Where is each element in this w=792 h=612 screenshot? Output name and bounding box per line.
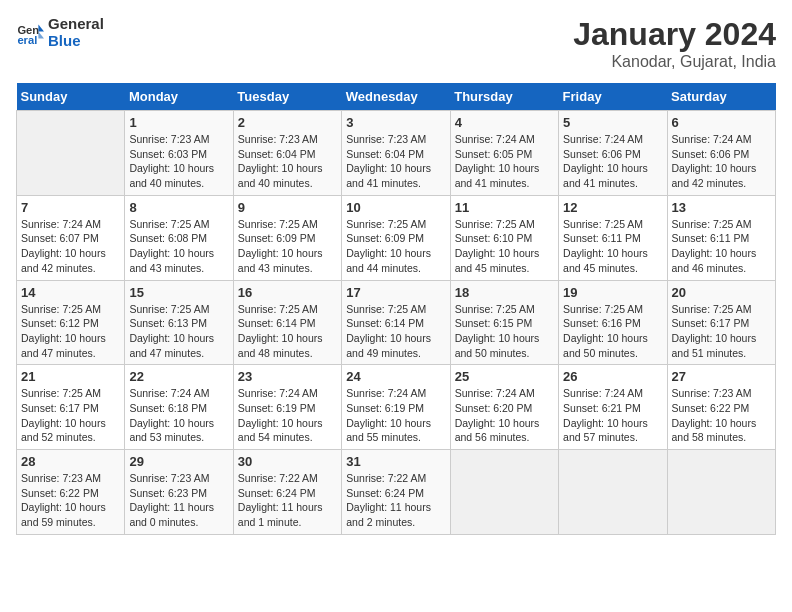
day-info: Sunrise: 7:24 AM Sunset: 6:05 PM Dayligh… (455, 132, 554, 191)
day-info: Sunrise: 7:25 AM Sunset: 6:16 PM Dayligh… (563, 302, 662, 361)
day-info: Sunrise: 7:25 AM Sunset: 6:13 PM Dayligh… (129, 302, 228, 361)
header-row: SundayMondayTuesdayWednesdayThursdayFrid… (17, 83, 776, 111)
calendar-cell: 14Sunrise: 7:25 AM Sunset: 6:12 PM Dayli… (17, 280, 125, 365)
day-info: Sunrise: 7:24 AM Sunset: 6:06 PM Dayligh… (672, 132, 771, 191)
calendar-cell: 11Sunrise: 7:25 AM Sunset: 6:10 PM Dayli… (450, 195, 558, 280)
day-info: Sunrise: 7:24 AM Sunset: 6:18 PM Dayligh… (129, 386, 228, 445)
day-number: 8 (129, 200, 228, 215)
day-number: 31 (346, 454, 445, 469)
day-number: 24 (346, 369, 445, 384)
day-number: 18 (455, 285, 554, 300)
day-info: Sunrise: 7:25 AM Sunset: 6:12 PM Dayligh… (21, 302, 120, 361)
calendar-cell: 20Sunrise: 7:25 AM Sunset: 6:17 PM Dayli… (667, 280, 775, 365)
calendar-cell: 13Sunrise: 7:25 AM Sunset: 6:11 PM Dayli… (667, 195, 775, 280)
day-number: 16 (238, 285, 337, 300)
day-number: 10 (346, 200, 445, 215)
calendar-cell: 28Sunrise: 7:23 AM Sunset: 6:22 PM Dayli… (17, 450, 125, 535)
svg-marker-3 (38, 31, 44, 38)
page-title: January 2024 (573, 16, 776, 53)
day-number: 13 (672, 200, 771, 215)
page-subtitle: Kanodar, Gujarat, India (573, 53, 776, 71)
day-number: 20 (672, 285, 771, 300)
calendar-cell: 18Sunrise: 7:25 AM Sunset: 6:15 PM Dayli… (450, 280, 558, 365)
title-block: January 2024 Kanodar, Gujarat, India (573, 16, 776, 71)
day-number: 15 (129, 285, 228, 300)
day-number: 30 (238, 454, 337, 469)
day-info: Sunrise: 7:24 AM Sunset: 6:19 PM Dayligh… (346, 386, 445, 445)
calendar-cell: 15Sunrise: 7:25 AM Sunset: 6:13 PM Dayli… (125, 280, 233, 365)
header-day-thursday: Thursday (450, 83, 558, 111)
svg-marker-2 (38, 24, 44, 31)
calendar-cell: 23Sunrise: 7:24 AM Sunset: 6:19 PM Dayli… (233, 365, 341, 450)
calendar-cell (559, 450, 667, 535)
day-info: Sunrise: 7:25 AM Sunset: 6:14 PM Dayligh… (346, 302, 445, 361)
day-number: 2 (238, 115, 337, 130)
calendar-cell: 24Sunrise: 7:24 AM Sunset: 6:19 PM Dayli… (342, 365, 450, 450)
day-info: Sunrise: 7:25 AM Sunset: 6:15 PM Dayligh… (455, 302, 554, 361)
day-number: 29 (129, 454, 228, 469)
calendar-cell: 8Sunrise: 7:25 AM Sunset: 6:08 PM Daylig… (125, 195, 233, 280)
day-info: Sunrise: 7:23 AM Sunset: 6:04 PM Dayligh… (346, 132, 445, 191)
day-info: Sunrise: 7:22 AM Sunset: 6:24 PM Dayligh… (238, 471, 337, 530)
calendar-cell: 29Sunrise: 7:23 AM Sunset: 6:23 PM Dayli… (125, 450, 233, 535)
header-day-wednesday: Wednesday (342, 83, 450, 111)
day-info: Sunrise: 7:24 AM Sunset: 6:07 PM Dayligh… (21, 217, 120, 276)
calendar-cell: 6Sunrise: 7:24 AM Sunset: 6:06 PM Daylig… (667, 111, 775, 196)
svg-text:eral: eral (17, 34, 37, 46)
day-info: Sunrise: 7:24 AM Sunset: 6:06 PM Dayligh… (563, 132, 662, 191)
calendar-table: SundayMondayTuesdayWednesdayThursdayFrid… (16, 83, 776, 535)
day-number: 25 (455, 369, 554, 384)
day-info: Sunrise: 7:25 AM Sunset: 6:11 PM Dayligh… (672, 217, 771, 276)
day-info: Sunrise: 7:25 AM Sunset: 6:08 PM Dayligh… (129, 217, 228, 276)
calendar-cell: 21Sunrise: 7:25 AM Sunset: 6:17 PM Dayli… (17, 365, 125, 450)
day-info: Sunrise: 7:22 AM Sunset: 6:24 PM Dayligh… (346, 471, 445, 530)
day-info: Sunrise: 7:23 AM Sunset: 6:23 PM Dayligh… (129, 471, 228, 530)
calendar-cell: 9Sunrise: 7:25 AM Sunset: 6:09 PM Daylig… (233, 195, 341, 280)
day-number: 3 (346, 115, 445, 130)
calendar-cell (450, 450, 558, 535)
day-number: 26 (563, 369, 662, 384)
day-info: Sunrise: 7:25 AM Sunset: 6:09 PM Dayligh… (346, 217, 445, 276)
calendar-week-1: 1Sunrise: 7:23 AM Sunset: 6:03 PM Daylig… (17, 111, 776, 196)
day-number: 27 (672, 369, 771, 384)
calendar-cell: 22Sunrise: 7:24 AM Sunset: 6:18 PM Dayli… (125, 365, 233, 450)
day-number: 5 (563, 115, 662, 130)
day-info: Sunrise: 7:25 AM Sunset: 6:09 PM Dayligh… (238, 217, 337, 276)
day-number: 4 (455, 115, 554, 130)
day-info: Sunrise: 7:25 AM Sunset: 6:11 PM Dayligh… (563, 217, 662, 276)
calendar-body: 1Sunrise: 7:23 AM Sunset: 6:03 PM Daylig… (17, 111, 776, 535)
day-number: 23 (238, 369, 337, 384)
day-info: Sunrise: 7:23 AM Sunset: 6:22 PM Dayligh… (21, 471, 120, 530)
calendar-cell: 17Sunrise: 7:25 AM Sunset: 6:14 PM Dayli… (342, 280, 450, 365)
logo: Gen eral General Blue (16, 16, 104, 49)
logo-blue: Blue (48, 32, 81, 49)
calendar-cell: 31Sunrise: 7:22 AM Sunset: 6:24 PM Dayli… (342, 450, 450, 535)
day-number: 17 (346, 285, 445, 300)
day-info: Sunrise: 7:23 AM Sunset: 6:03 PM Dayligh… (129, 132, 228, 191)
calendar-cell: 30Sunrise: 7:22 AM Sunset: 6:24 PM Dayli… (233, 450, 341, 535)
calendar-week-3: 14Sunrise: 7:25 AM Sunset: 6:12 PM Dayli… (17, 280, 776, 365)
day-info: Sunrise: 7:25 AM Sunset: 6:10 PM Dayligh… (455, 217, 554, 276)
day-info: Sunrise: 7:25 AM Sunset: 6:17 PM Dayligh… (21, 386, 120, 445)
day-number: 7 (21, 200, 120, 215)
day-number: 1 (129, 115, 228, 130)
day-number: 14 (21, 285, 120, 300)
day-number: 19 (563, 285, 662, 300)
calendar-cell (17, 111, 125, 196)
logo-icon: Gen eral (16, 19, 44, 47)
day-info: Sunrise: 7:24 AM Sunset: 6:19 PM Dayligh… (238, 386, 337, 445)
header-day-sunday: Sunday (17, 83, 125, 111)
calendar-header: SundayMondayTuesdayWednesdayThursdayFrid… (17, 83, 776, 111)
calendar-cell: 3Sunrise: 7:23 AM Sunset: 6:04 PM Daylig… (342, 111, 450, 196)
calendar-cell: 7Sunrise: 7:24 AM Sunset: 6:07 PM Daylig… (17, 195, 125, 280)
calendar-cell: 1Sunrise: 7:23 AM Sunset: 6:03 PM Daylig… (125, 111, 233, 196)
calendar-week-5: 28Sunrise: 7:23 AM Sunset: 6:22 PM Dayli… (17, 450, 776, 535)
calendar-cell: 25Sunrise: 7:24 AM Sunset: 6:20 PM Dayli… (450, 365, 558, 450)
calendar-cell (667, 450, 775, 535)
day-info: Sunrise: 7:24 AM Sunset: 6:20 PM Dayligh… (455, 386, 554, 445)
day-number: 21 (21, 369, 120, 384)
calendar-cell: 27Sunrise: 7:23 AM Sunset: 6:22 PM Dayli… (667, 365, 775, 450)
day-number: 11 (455, 200, 554, 215)
calendar-cell: 2Sunrise: 7:23 AM Sunset: 6:04 PM Daylig… (233, 111, 341, 196)
day-number: 22 (129, 369, 228, 384)
